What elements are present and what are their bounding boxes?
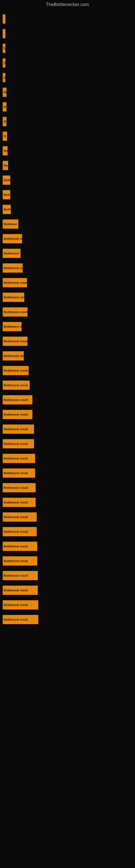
bar-row: Bottl xyxy=(3,203,135,216)
bar-row: Bottleneck result xyxy=(3,583,135,597)
bar-item xyxy=(3,29,5,38)
bar-label: Bottleneck result xyxy=(4,603,28,607)
bar-label: Bottleneck xyxy=(4,252,19,255)
bar-label: Bottleneck result xyxy=(4,618,28,621)
bar-label: B xyxy=(4,134,6,138)
bar-item: Bo xyxy=(3,161,8,170)
bar-label: E xyxy=(4,46,5,50)
bar-item: Bottleneck result xyxy=(3,600,38,610)
bar-label: Bottl xyxy=(4,208,10,211)
bar-label: E xyxy=(4,76,5,79)
bar-item: Bottleneck result xyxy=(3,586,38,595)
bar-item: Bo xyxy=(3,146,8,155)
bar-row: Bottl xyxy=(3,173,135,187)
bar-row: Bottleneck result xyxy=(3,554,135,568)
site-title-text: TheBottlenecker.com xyxy=(0,0,135,9)
bar-item: Bottleneck result xyxy=(3,337,28,346)
bar-item: E xyxy=(3,58,5,67)
bar-label: Bottleneck result xyxy=(4,559,28,563)
bar-item: Bottleneck result xyxy=(3,483,36,492)
bar-row: Bottleneck result xyxy=(3,480,135,495)
bar-label: Bottl xyxy=(4,179,10,182)
bar-item: Bottleneck result xyxy=(3,380,30,390)
bar-label: B xyxy=(4,120,6,123)
bar-label: Bottleneck result xyxy=(4,486,28,489)
bar-label: E xyxy=(4,61,5,65)
bar-item: Bo xyxy=(3,88,6,97)
bar-row: Bottleneck result xyxy=(3,598,135,612)
bar-item: Bottleneck result xyxy=(3,542,37,551)
bar-row: Bottleneck result xyxy=(3,495,135,509)
bar-row: Bottleneck result xyxy=(3,466,135,480)
bar-row: Bottlenec xyxy=(3,217,135,231)
bar-item: Bottleneck result xyxy=(3,513,37,522)
bar-row: Bo xyxy=(3,158,135,173)
bar-row: Bottleneck xyxy=(3,246,135,260)
bar-row: Bottleneck result xyxy=(3,525,135,539)
bar-row: Bottleneck result xyxy=(3,378,135,392)
bar-label: Bottleneck result xyxy=(4,442,28,445)
bar-label: Bottleneck result xyxy=(4,428,28,431)
bar-item: B xyxy=(3,102,6,112)
bar-row: Bottleneck resu xyxy=(3,261,135,275)
bar-label: Bottleneck result xyxy=(4,545,28,548)
bar-item: Bott xyxy=(3,190,10,199)
bar-item: Bottleneck result xyxy=(3,556,37,565)
bar-row xyxy=(3,12,135,26)
bar-label: Bottleneck result xyxy=(4,369,28,372)
bar-label: Bottleneck result xyxy=(4,530,28,533)
bar-item: Bottleneck result xyxy=(3,571,38,580)
bar-row: Bottleneck re xyxy=(3,319,135,334)
bar-row: Bottleneck result xyxy=(3,334,135,348)
bar-row: Bottleneck result xyxy=(3,510,135,524)
bar-row: E xyxy=(3,41,135,55)
bar-label: Bottleneck result xyxy=(4,501,28,504)
bar-row: Bottleneck res xyxy=(3,231,135,246)
bar-label: Bo xyxy=(4,149,8,152)
bar-item: Bottleneck result xyxy=(3,527,37,536)
bar-label: Bottleneck res xyxy=(4,237,22,240)
bar-item: Bottleneck result xyxy=(3,615,38,624)
bar-label: Bo xyxy=(4,164,8,167)
bar-label: Bottleneck resu xyxy=(4,354,24,358)
bar-row: B xyxy=(3,129,135,143)
bar-row xyxy=(3,27,135,41)
bar-label: Bottleneck result xyxy=(4,457,28,460)
bar-row: Bottleneck result xyxy=(3,613,135,627)
bar-row: Bott xyxy=(3,188,135,202)
bar-label: Bottlenec xyxy=(4,222,17,226)
bar-item: Bottleneck result xyxy=(3,498,36,507)
bar-row: Bottleneck result xyxy=(3,393,135,407)
bar-row: Bottleneck result xyxy=(3,539,135,553)
bar-item: Bottleneck result xyxy=(3,425,34,434)
bar-row: Bottleneck result xyxy=(3,452,135,465)
bar-item: Bottleneck res xyxy=(3,234,22,243)
bar-row: Bottleneck resu xyxy=(3,290,135,304)
bar-label: Bottleneck result xyxy=(4,471,28,475)
bar-item: Bottleneck result xyxy=(3,454,35,463)
bar-label: Bottleneck result xyxy=(4,516,28,519)
bar-label: Bo xyxy=(4,91,6,94)
bar-item: Bottl xyxy=(3,205,11,214)
bar-row: Bottleneck resu xyxy=(3,349,135,363)
bar-item: Bottleneck result xyxy=(3,366,29,375)
bar-item: Bottleneck resu xyxy=(3,264,23,273)
bar-label: Bottleneck re xyxy=(4,325,21,328)
bar-row: Bottleneck result xyxy=(3,407,135,422)
bar-item: Bottleneck result xyxy=(3,307,28,316)
bar-item: Bottl xyxy=(3,176,10,185)
bar-label: Bottleneck result xyxy=(4,281,27,284)
bar-label: Bottleneck result xyxy=(4,383,28,387)
bar-item xyxy=(3,14,5,24)
bar-item: Bottleneck xyxy=(3,249,20,258)
bar-item: Bottleneck re xyxy=(3,322,21,331)
bar-item: Bottlenec xyxy=(3,219,18,229)
bar-item: E xyxy=(3,73,5,82)
bar-row: Bottleneck result xyxy=(3,422,135,436)
bar-label: Bottleneck result xyxy=(4,340,28,343)
bar-row: Bottleneck result xyxy=(3,437,135,451)
bar-row: B xyxy=(3,100,135,114)
bar-item: Bottleneck result xyxy=(3,278,27,287)
bar-item: Bottleneck result xyxy=(3,395,32,404)
bar-row: Bo xyxy=(3,85,135,99)
